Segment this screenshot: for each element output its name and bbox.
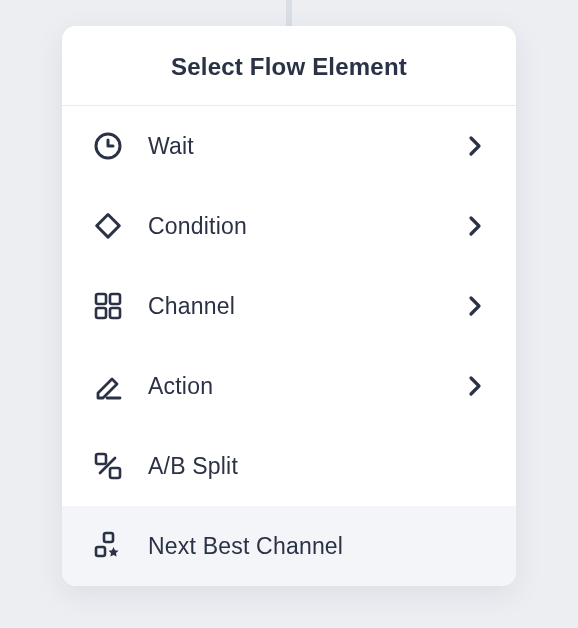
flow-item-label: Channel [148,293,464,320]
flow-item-ab-split[interactable]: A/B Split [62,426,516,506]
svg-rect-5 [110,308,120,318]
chevron-right-icon [464,135,486,157]
flow-item-action[interactable]: Action [62,346,516,426]
flow-item-condition[interactable]: Condition [62,186,516,266]
select-flow-element-card: Select Flow Element Wait [62,26,516,586]
flow-item-label: Condition [148,213,464,240]
flow-item-label: Wait [148,133,464,160]
chevron-right-icon [464,295,486,317]
flow-item-label: A/B Split [148,453,486,480]
svg-rect-3 [110,294,120,304]
flow-item-wait[interactable]: Wait [62,106,516,186]
svg-rect-1 [97,215,120,238]
clock-icon [92,130,124,162]
next-best-channel-icon [92,530,124,562]
ab-split-icon [92,450,124,482]
svg-rect-9 [96,547,105,556]
diamond-icon [92,210,124,242]
svg-rect-4 [96,308,106,318]
svg-rect-2 [96,294,106,304]
svg-rect-8 [104,533,113,542]
flow-item-channel[interactable]: Channel [62,266,516,346]
grid-icon [92,290,124,322]
flow-item-label: Action [148,373,464,400]
flow-item-next-best-channel[interactable]: Next Best Channel [62,506,516,586]
flow-element-list: Wait Condition [62,106,516,586]
pencil-icon [92,370,124,402]
svg-rect-6 [96,454,106,464]
card-title: Select Flow Element [82,53,496,81]
chevron-right-icon [464,215,486,237]
card-header: Select Flow Element [62,26,516,106]
svg-rect-7 [110,468,120,478]
flow-item-label: Next Best Channel [148,533,486,560]
chevron-right-icon [464,375,486,397]
